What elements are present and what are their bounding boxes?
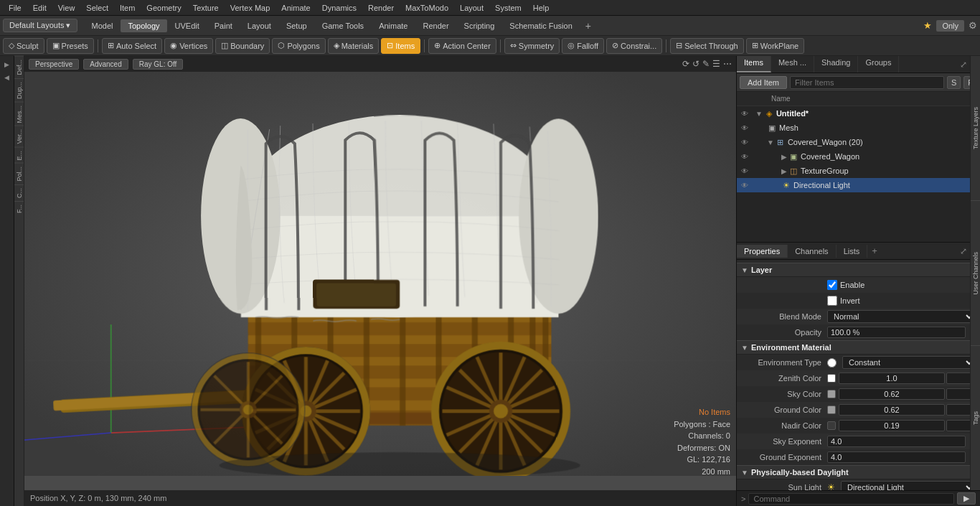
viewport-icon4[interactable]: ☰ <box>712 59 720 69</box>
section-environment-material[interactable]: ▼ Environment Material <box>737 340 980 355</box>
polygons-button[interactable]: ⬡ Polygons <box>272 38 325 54</box>
props-tab-channels[interactable]: Channels <box>788 245 836 258</box>
invert-checkbox[interactable] <box>827 296 837 306</box>
items-s-button[interactable]: S <box>947 76 961 89</box>
action-center-button[interactable]: ⊕ Action Center <box>428 38 496 54</box>
nadir-color-swatch[interactable] <box>827 421 836 430</box>
user-channels-tab[interactable]: User Channels <box>971 201 980 346</box>
menu-select[interactable]: Select <box>80 2 114 14</box>
tab-game-tools[interactable]: Game Tools <box>315 19 372 32</box>
menu-help[interactable]: Help <box>527 2 555 14</box>
tree-arrow-cw[interactable]: ▶ <box>781 153 787 161</box>
left-sidebar-item[interactable]: ◀ <box>1 72 13 83</box>
blend-mode-select[interactable]: Normal <box>827 310 976 323</box>
tab-model[interactable]: Model <box>85 19 121 32</box>
sky-color-swatch[interactable] <box>827 390 836 398</box>
items-tab-groups[interactable]: Groups <box>858 56 899 72</box>
items-tab-mesh[interactable]: Mesh ... <box>771 56 814 72</box>
menu-maxtomodo[interactable]: MaxToModo <box>400 2 454 14</box>
viewport-raygl-btn[interactable]: Ray GL: Off <box>133 59 184 70</box>
zenith-color-swatch[interactable] <box>827 374 836 383</box>
tree-row-covered-wagon-group[interactable]: 👁 ▼ ⊞ Covered_Wagon (20) <box>737 135 980 149</box>
boundary-button[interactable]: ◫ Boundary <box>215 38 270 54</box>
texture-layers-tab[interactable]: Texture Layers <box>971 56 980 201</box>
menu-dynamics[interactable]: Dynamics <box>316 2 362 14</box>
command-exec-button[interactable]: ▶ <box>957 492 976 505</box>
menu-geometry[interactable]: Geometry <box>141 2 187 14</box>
symmetry-button[interactable]: ⇔ Symmetry <box>504 38 560 54</box>
tree-row-mesh[interactable]: 👁 ▣ Mesh <box>737 121 980 135</box>
tree-row-untitled[interactable]: 👁 ▼ ◈ Untitled* <box>737 106 980 121</box>
viewport-icon1[interactable]: ⟳ <box>682 59 689 69</box>
materials-button[interactable]: ◈ Materials <box>328 38 380 54</box>
props-tab-properties[interactable]: Properties <box>737 245 788 258</box>
viewport[interactable]: Perspective Advanced Ray GL: Off ⟳ ↺ ✎ ☰… <box>24 56 736 506</box>
menu-layout[interactable]: Layout <box>454 2 489 14</box>
items-button[interactable]: ⊡ Items <box>381 38 420 54</box>
constrain-button[interactable]: ⊘ Constrai... <box>606 38 662 54</box>
viewport-icon3[interactable]: ✎ <box>702 59 710 69</box>
tree-row-texture-group[interactable]: 👁 ▶ ◫ TextureGroup <box>737 164 980 178</box>
tree-arrow-untitled[interactable]: ▼ <box>755 110 763 118</box>
left-label-pol[interactable]: Pol... <box>14 163 24 184</box>
settings-icon[interactable]: ⚙ <box>969 20 977 31</box>
left-label-c[interactable]: C... <box>14 184 24 201</box>
menu-view[interactable]: View <box>52 2 81 14</box>
env-type-select[interactable]: Constant <box>842 356 976 369</box>
viewport-icon2[interactable]: ↺ <box>692 59 699 69</box>
sky-r-input[interactable] <box>839 388 945 400</box>
menu-file[interactable]: File <box>3 2 27 14</box>
tree-row-covered-wagon[interactable]: 👁 ▶ ▣ Covered_Wagon <box>737 149 980 164</box>
viewport-icon5[interactable]: ⋯ <box>723 59 732 69</box>
ground-r-input[interactable] <box>839 404 945 416</box>
tree-eye-untitled[interactable]: 👁 <box>740 108 750 118</box>
tree-arrow-cwgroup[interactable]: ▼ <box>767 139 774 146</box>
tab-animate[interactable]: Animate <box>372 19 415 32</box>
select-through-button[interactable]: ⊟ Select Through <box>670 38 743 54</box>
menu-vertex-map[interactable]: Vertex Map <box>225 2 276 14</box>
presets-button[interactable]: ▣ Presets <box>47 38 94 54</box>
menu-item[interactable]: Item <box>114 2 141 14</box>
left-label-dup[interactable]: Dup... <box>14 78 24 102</box>
tab-paint[interactable]: Paint <box>207 19 240 32</box>
nadir-r-input[interactable] <box>839 420 945 431</box>
sculpt-button[interactable]: ◇ Sculpt <box>3 38 44 54</box>
left-label-e[interactable]: E... <box>14 147 24 164</box>
env-type-radio[interactable] <box>827 358 837 367</box>
tab-topology[interactable]: Topology <box>121 19 166 32</box>
layout-selector[interactable]: Default Layouts ▾ <box>3 19 77 32</box>
filter-items-input[interactable] <box>790 76 944 89</box>
command-input[interactable] <box>748 493 954 505</box>
tab-scripting[interactable]: Scripting <box>457 19 502 32</box>
left-label-ver[interactable]: Ver... <box>14 126 24 147</box>
tree-eye-mesh[interactable]: 👁 <box>740 123 750 133</box>
tree-eye-tg[interactable]: 👁 <box>740 166 750 176</box>
left-sidebar-item[interactable]: ▶ <box>1 59 13 70</box>
add-tab-button[interactable]: + <box>581 19 595 33</box>
items-tab-shading[interactable]: Shading <box>814 56 858 72</box>
tab-layout[interactable]: Layout <box>240 19 278 32</box>
left-label-mes[interactable]: Mes... <box>14 102 24 126</box>
left-label-f[interactable]: F... <box>14 201 24 216</box>
items-icon1[interactable]: ⤢ <box>960 60 967 70</box>
ground-exp-input[interactable] <box>827 451 966 463</box>
tab-uvedit[interactable]: UVEdit <box>168 19 207 32</box>
menu-animate[interactable]: Animate <box>275 2 316 14</box>
vertices-button[interactable]: ◉ Vertices <box>164 38 213 54</box>
opacity-input[interactable] <box>827 327 966 338</box>
tree-eye-dl[interactable]: 👁 <box>740 180 750 190</box>
zenith-r-input[interactable] <box>839 373 945 384</box>
menu-render[interactable]: Render <box>362 2 400 14</box>
tree-eye-cwgroup[interactable]: 👁 <box>740 137 750 147</box>
menu-system[interactable]: System <box>489 2 527 14</box>
viewport-advanced-btn[interactable]: Advanced <box>83 59 128 70</box>
enable-checkbox[interactable] <box>827 280 837 290</box>
tree-eye-cw[interactable]: 👁 <box>740 151 750 161</box>
section-layer[interactable]: ▼ Layer <box>737 263 980 277</box>
tab-schematic-fusion[interactable]: Schematic Fusion <box>502 19 579 32</box>
tree-row-directional-light[interactable]: 👁 ☀ Directional Light <box>737 178 980 192</box>
props-icon1[interactable]: ⤢ <box>960 246 967 256</box>
tree-arrow-tg[interactable]: ▶ <box>781 167 787 175</box>
items-tab-items[interactable]: Items <box>737 56 771 72</box>
falloff-button[interactable]: ◎ Falloff <box>562 38 604 54</box>
